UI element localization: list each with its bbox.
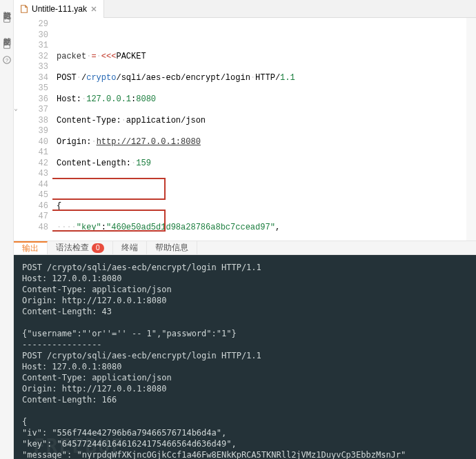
- sidebar-panel-docs[interactable]: 辅助文档: [1, 29, 12, 34]
- code-line: Host:·127.0.0.1:8080: [57, 94, 462, 105]
- svg-text:?: ?: [5, 58, 8, 63]
- sidebar-panel-hide[interactable]: 暂时隐藏: [1, 3, 12, 8]
- tab-output[interactable]: 输出: [14, 241, 48, 254]
- yak-file-icon: [19, 4, 29, 14]
- svg-rect-3: [3, 41, 10, 49]
- scrollbar[interactable]: [466, 18, 476, 241]
- tab-syntax-check[interactable]: 语法检查 0: [48, 241, 113, 254]
- code-line: [57, 30, 462, 41]
- code-line: [57, 180, 462, 191]
- code-line: {: [57, 201, 462, 212]
- tab-syntax-label: 语法检查: [56, 242, 89, 254]
- line-number-gutter: 29 30 31 32 33 34 35 36 ⌄37 38 39 40 41 …: [14, 18, 52, 241]
- sidebar-help-icon[interactable]: ?: [2, 55, 12, 65]
- code-line: ····"key":"460e50ad5d1d98a28786a8bc7ccea…: [57, 223, 462, 234]
- syntax-badge: 0: [92, 243, 104, 253]
- close-icon[interactable]: [90, 5, 98, 13]
- main-area: Untitle-111.yak 29 30 31 32 33 34 35 36 …: [14, 0, 476, 459]
- output-panel[interactable]: POST /crypto/sqli/aes-ecb/encrypt/login …: [14, 255, 476, 459]
- editor-tab[interactable]: Untitle-111.yak: [14, 0, 104, 18]
- code-line: Origin:·http://127.0.0.1:8080: [57, 137, 462, 148]
- code-body[interactable]: packet·=·<<<PACKET POST·/crypto/sqli/aes…: [52, 18, 466, 241]
- code-line: POST·/crypto/sqli/aes-ecb/encrypt/login·…: [57, 73, 462, 84]
- left-sidebar: 暂时隐藏 辅助文档 ?: [0, 0, 14, 459]
- code-line: Content-Type:·application/json: [57, 116, 462, 127]
- code-line: packet·=·<<<PACKET: [57, 52, 462, 63]
- tab-bar: Untitle-111.yak: [14, 0, 476, 18]
- tab-help[interactable]: 帮助信息: [147, 241, 197, 254]
- code-editor[interactable]: 29 30 31 32 33 34 35 36 ⌄37 38 39 40 41 …: [14, 18, 476, 241]
- tab-terminal[interactable]: 终端: [113, 241, 147, 254]
- bottom-tab-row: 输出 语法检查 0 终端 帮助信息: [14, 241, 476, 255]
- sidebar-page-icon[interactable]: [2, 40, 12, 50]
- terminal-text: POST /crypto/sqli/aes-ecb/encrypt/login …: [22, 263, 406, 459]
- code-line: Content-Length:·159: [57, 159, 462, 170]
- sidebar-doc-icon[interactable]: [2, 14, 12, 23]
- tab-filename: Untitle-111.yak: [32, 4, 87, 14]
